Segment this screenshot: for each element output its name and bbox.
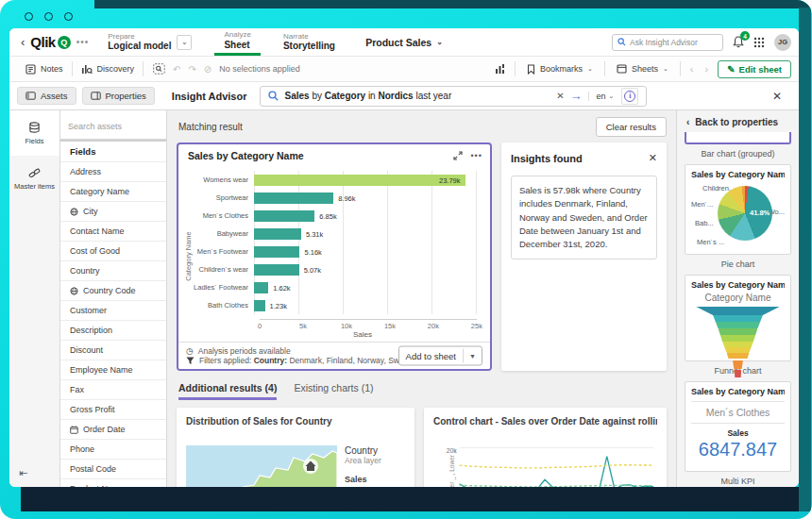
funnel-band: [716, 322, 760, 328]
field-item[interactable]: Fax: [60, 380, 166, 400]
field-item[interactable]: City: [60, 202, 166, 222]
assets-search[interactable]: [60, 110, 166, 140]
window-dot[interactable]: [25, 12, 33, 21]
suggestion-caption-kpi: Multi KPI: [677, 472, 799, 487]
bar[interactable]: [254, 228, 301, 240]
pie-suggestion-card[interactable]: Sales by Category Name Children... Men´.…: [685, 164, 791, 255]
properties-toggle-button[interactable]: Properties: [82, 87, 155, 105]
series-upper-limit: [460, 465, 653, 468]
nav-analyze[interactable]: Analyze Sheet: [214, 28, 260, 56]
field-item[interactable]: Employee Name: [60, 360, 166, 380]
map-result-card[interactable]: Distribution of Sales for Country Countr…: [177, 408, 414, 487]
matching-result-label: Matching result: [178, 122, 243, 132]
field-item[interactable]: Product Name: [60, 479, 166, 487]
tab-additional-results[interactable]: Additional results (4): [178, 382, 277, 400]
discovery-button[interactable]: Discovery: [73, 57, 144, 81]
clear-selections-icon[interactable]: ⊘: [204, 64, 211, 75]
filter-icon: [186, 357, 195, 365]
control-chart-card[interactable]: Control chart - Sales over Order Date ag…: [424, 408, 667, 487]
nav-prepare[interactable]: Prepare Logical model ⌄: [98, 28, 201, 56]
qlik-q-icon: Q: [58, 36, 71, 49]
field-item[interactable]: Cost of Good: [60, 242, 166, 261]
map-home-icon[interactable]: [303, 459, 318, 474]
notifications[interactable]: 4: [733, 36, 744, 48]
ask-insight-advisor-input[interactable]: [630, 38, 715, 47]
bar[interactable]: [254, 246, 299, 258]
field-label: Phone: [70, 444, 94, 454]
rail-item-master-items[interactable]: Master items: [9, 156, 59, 201]
funnel-suggestion-card[interactable]: Sales by Category Name Category Name: [685, 275, 791, 361]
bar[interactable]: [254, 264, 299, 276]
prev-sheet-icon[interactable]: ‹: [688, 63, 696, 75]
assets-search-input[interactable]: [68, 122, 159, 131]
more-menu-icon[interactable]: •••: [76, 37, 90, 47]
step-back-icon[interactable]: ↶: [173, 64, 180, 75]
selected-bar-suggestion-partial[interactable]: [685, 132, 791, 144]
chart-menu-icon[interactable]: •••: [470, 151, 482, 160]
field-label: Discount: [70, 345, 103, 355]
next-sheet-icon[interactable]: ›: [703, 63, 711, 75]
app-grid-icon[interactable]: [753, 37, 765, 48]
field-item[interactable]: Order Date: [60, 420, 166, 440]
kpi-suggestion-card[interactable]: Sales by Category Name Men´s Clothes Sal…: [685, 381, 791, 472]
advisor-info-button[interactable]: i: [621, 88, 638, 105]
insight-advisor-toggle-icon[interactable]: [495, 63, 507, 75]
field-item[interactable]: Address: [60, 162, 166, 182]
collapse-panel-icon[interactable]: ⇤: [19, 467, 27, 479]
app-selector[interactable]: Product Sales ⌄: [365, 37, 443, 48]
back-chevron-icon[interactable]: ‹: [17, 35, 28, 49]
funnel-band: [713, 315, 763, 322]
clear-query-icon[interactable]: ✕: [556, 91, 564, 101]
field-item[interactable]: Country: [60, 261, 166, 281]
clear-results-button[interactable]: Clear results: [596, 117, 667, 137]
discovery-label: Discovery: [97, 64, 135, 74]
step-forward-icon[interactable]: ↷: [188, 64, 195, 75]
nav-narrate[interactable]: Narrate Storytelling: [274, 28, 345, 56]
submit-query-icon[interactable]: →: [570, 89, 583, 103]
prepare-dropdown-icon[interactable]: ⌄: [177, 35, 192, 50]
bar[interactable]: [254, 300, 265, 311]
field-item[interactable]: Description: [60, 321, 166, 341]
field-item[interactable]: Discount: [60, 341, 166, 360]
edit-sheet-button[interactable]: ✎ Edit sheet: [718, 60, 791, 78]
notification-badge: 4: [740, 31, 750, 41]
back-to-properties-button[interactable]: ‹ Back to properties: [677, 110, 799, 132]
field-label: Category Name: [70, 187, 129, 196]
tab-existing-charts[interactable]: Existing charts (1): [294, 382, 373, 400]
bar-value-label: 1.62k: [268, 283, 290, 292]
bar-value-label: 5.16k: [299, 247, 321, 256]
field-label: Gross Profit: [70, 405, 115, 414]
add-to-sheet-button[interactable]: Add to sheet ▼: [398, 346, 482, 366]
avatar[interactable]: JG: [774, 34, 791, 51]
field-item[interactable]: Postal Code: [60, 460, 166, 479]
window-dot[interactable]: [64, 12, 73, 21]
expand-icon[interactable]: [453, 151, 463, 160]
bar[interactable]: [254, 175, 465, 186]
insight-text-card[interactable]: Sales is 57.98k where Country includes D…: [511, 176, 657, 260]
matching-result-chart-card[interactable]: Sales by Category Name ••• Category Name…: [177, 142, 492, 371]
field-item[interactable]: Category Name: [60, 182, 166, 202]
qlik-logo[interactable]: Qlik Q: [30, 34, 70, 50]
field-item[interactable]: Customer: [60, 301, 166, 321]
chevron-down-icon: ⌄: [663, 65, 668, 73]
field-item[interactable]: Contact Name: [60, 222, 166, 242]
bar[interactable]: [254, 282, 268, 293]
close-insights-icon[interactable]: ✕: [649, 152, 657, 164]
bar[interactable]: [254, 210, 314, 222]
sheets-button[interactable]: Sheets ⌄: [613, 64, 672, 74]
window-controls[interactable]: [25, 12, 73, 21]
ask-insight-advisor-search[interactable]: [612, 34, 723, 51]
smart-search-icon[interactable]: [153, 63, 165, 75]
field-item[interactable]: Gross Profit: [60, 400, 166, 420]
field-item[interactable]: Country Code: [60, 281, 166, 301]
field-item[interactable]: Phone: [60, 440, 166, 460]
notes-button[interactable]: Notes: [17, 57, 72, 81]
language-selector[interactable]: en ⌄: [588, 92, 615, 101]
bar[interactable]: [254, 193, 333, 204]
close-advisor-icon[interactable]: ✕: [772, 90, 782, 103]
assets-toggle-button[interactable]: Assets: [17, 87, 76, 105]
window-dot[interactable]: [44, 12, 53, 21]
bookmarks-button[interactable]: Bookmarks ⌄: [523, 64, 597, 75]
advisor-query-field[interactable]: Sales by Category in Nordics last year ✕…: [260, 86, 647, 107]
rail-item-fields[interactable]: Fields: [9, 110, 59, 156]
